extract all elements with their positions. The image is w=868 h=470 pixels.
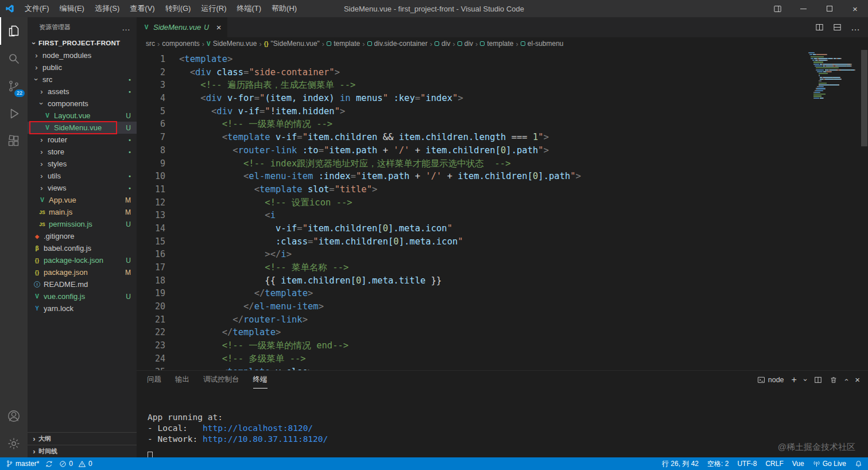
search-icon[interactable] bbox=[0, 45, 28, 72]
code-line-12[interactable]: 12 <!-- 设置icon --> bbox=[137, 196, 868, 209]
file-item-layout-vue[interactable]: VLayout.vueU bbox=[28, 110, 137, 122]
menu-r[interactable]: 运行(R) bbox=[196, 0, 231, 17]
code-line-6[interactable]: 6 <!-- 一级菜单的情况 --> bbox=[137, 118, 868, 131]
file-item-yarn-lock[interactable]: Yyarn.lock bbox=[28, 302, 137, 314]
code-line-23[interactable]: 23 <!-- 一级菜单的情况 end--> bbox=[137, 339, 868, 352]
kill-terminal-icon[interactable] bbox=[830, 376, 838, 384]
minimap[interactable] bbox=[808, 52, 859, 99]
more-actions-icon[interactable]: … bbox=[851, 22, 860, 33]
settings-gear-icon[interactable] bbox=[0, 430, 28, 457]
breadcrumb-item-template[interactable]: template bbox=[480, 40, 513, 48]
file-item-gitignore[interactable]: ◆.gitignore bbox=[28, 230, 137, 242]
notifications-bell-icon[interactable] bbox=[855, 460, 862, 468]
code-line-20[interactable]: 20 </el-menu-item> bbox=[137, 300, 868, 313]
git-branch-item[interactable]: master* bbox=[6, 460, 39, 468]
folder-item-styles[interactable]: ›styles bbox=[28, 158, 137, 170]
folder-item-router[interactable]: ›router● bbox=[28, 134, 137, 146]
close-button[interactable]: × bbox=[842, 0, 868, 17]
folder-item-src[interactable]: ›src● bbox=[28, 73, 137, 86]
scrollbar-thumb[interactable] bbox=[861, 50, 867, 146]
indentation-item[interactable]: 空格: 2 bbox=[707, 459, 728, 469]
folder-item-views[interactable]: ›views● bbox=[28, 182, 137, 194]
source-control-icon[interactable]: 22 bbox=[0, 72, 28, 100]
run-debug-icon[interactable] bbox=[0, 100, 28, 127]
code-line-18[interactable]: 18 {{ item.children[0].meta.title }} bbox=[137, 274, 868, 288]
terminal-dropdown-icon[interactable]: › bbox=[801, 378, 809, 380]
go-live-item[interactable]: Go Live bbox=[813, 460, 846, 468]
minimize-button[interactable] bbox=[790, 0, 816, 17]
split-terminal-icon[interactable] bbox=[814, 376, 822, 384]
folder-item-components[interactable]: ›components bbox=[28, 98, 137, 110]
shell-selector[interactable]: node bbox=[757, 376, 784, 384]
section-timeline[interactable]: ›时间线 bbox=[28, 445, 137, 457]
code-line-22[interactable]: 22 </template> bbox=[137, 326, 868, 339]
folder-item-store[interactable]: ›store● bbox=[28, 146, 137, 158]
file-item-package-lock-json[interactable]: {}package-lock.jsonU bbox=[28, 254, 137, 266]
layout-toggle-icon[interactable] bbox=[765, 0, 790, 17]
code-line-17[interactable]: 17 <!-- 菜单名称 --> bbox=[137, 261, 868, 274]
project-root-row[interactable]: › FIRST_PROJECT-FRONT bbox=[28, 37, 137, 49]
code-editor[interactable]: 1<template>2 <div class="side-container"… bbox=[137, 50, 868, 370]
panel-tab-problems[interactable]: 问题 bbox=[147, 371, 161, 389]
breadcrumb-item-sidemenu-vue[interactable]: {}"SideMenu.vue" bbox=[264, 40, 320, 48]
new-terminal-icon[interactable]: + bbox=[792, 375, 797, 385]
terminal-output[interactable]: App running at:- Local: http://localhost… bbox=[137, 389, 868, 445]
menu-h[interactable]: 帮助(H) bbox=[266, 0, 302, 17]
code-line-15[interactable]: 15 :class="item.children[0].meta.icon" bbox=[137, 235, 868, 248]
code-line-7[interactable]: 7 <template v-if="item.children && item.… bbox=[137, 131, 868, 144]
code-line-16[interactable]: 16 ></i> bbox=[137, 248, 868, 261]
breadcrumb-item-src[interactable]: src bbox=[146, 40, 155, 48]
split-editor-icon[interactable] bbox=[815, 23, 824, 32]
menu-t[interactable]: 终端(T) bbox=[231, 0, 266, 17]
menu-v[interactable]: 查看(V) bbox=[125, 0, 160, 17]
account-icon[interactable] bbox=[0, 402, 28, 430]
panel-tab-terminal[interactable]: 终端 bbox=[253, 371, 268, 389]
folder-item-public[interactable]: ›public bbox=[28, 61, 137, 73]
more-actions-icon[interactable]: … bbox=[122, 22, 131, 32]
breadcrumb-item-div[interactable]: div bbox=[435, 40, 450, 48]
cursor-position[interactable]: 行 26, 列 42 bbox=[662, 459, 699, 469]
code-line-4[interactable]: 4 <div v-for="(item, index) in menus" :k… bbox=[137, 92, 868, 105]
eol-item[interactable]: CRLF bbox=[765, 460, 783, 468]
maximize-panel-icon[interactable]: › bbox=[842, 378, 850, 380]
terminal-link[interactable]: http://localhost:8120/ bbox=[203, 424, 313, 433]
code-line-2[interactable]: 2 <div class="side-container"> bbox=[137, 66, 868, 79]
panel-tab-debug-console[interactable]: 调试控制台 bbox=[203, 371, 239, 389]
explorer-icon[interactable] bbox=[0, 17, 28, 45]
code-line-19[interactable]: 19 </template> bbox=[137, 287, 868, 300]
close-panel-icon[interactable]: × bbox=[855, 375, 860, 384]
menu-e[interactable]: 编辑(E) bbox=[55, 0, 90, 17]
extensions-icon[interactable] bbox=[0, 127, 28, 155]
section-outline[interactable]: ›大纲 bbox=[28, 432, 137, 445]
file-item-sidemenu-vue[interactable]: VSideMenu.vueU bbox=[28, 122, 137, 134]
file-item-vue-config-js[interactable]: Vvue.config.jsU bbox=[28, 290, 137, 302]
code-line-25[interactable]: 25 <template v-else> bbox=[137, 366, 868, 371]
sync-button[interactable] bbox=[45, 460, 53, 468]
toggle-layout-icon[interactable] bbox=[833, 23, 842, 32]
encoding-item[interactable]: UTF-8 bbox=[737, 460, 757, 468]
panel-tab-output[interactable]: 输出 bbox=[175, 371, 189, 389]
folder-item-node-modules[interactable]: ›node_modules bbox=[28, 49, 137, 61]
folder-item-utils[interactable]: ›utils● bbox=[28, 170, 137, 182]
file-item-main-js[interactable]: JSmain.jsM bbox=[28, 206, 137, 218]
tab-sidemenu-vue[interactable]: V SideMenu.vue U × bbox=[137, 17, 227, 37]
problems-item[interactable]: 0 0 bbox=[59, 460, 92, 468]
maximize-button[interactable] bbox=[816, 0, 842, 17]
menu-s[interactable]: 选择(S) bbox=[90, 0, 125, 17]
code-line-1[interactable]: 1<template> bbox=[137, 53, 868, 66]
language-mode[interactable]: Vue bbox=[792, 460, 804, 468]
code-line-14[interactable]: 14 v-if="item.children[0].meta.icon" bbox=[137, 222, 868, 235]
breadcrumb-item-sidemenu-vue[interactable]: VSideMenu.vue bbox=[207, 40, 257, 48]
code-line-24[interactable]: 24 <!-- 多级菜单 --> bbox=[137, 352, 868, 366]
code-line-21[interactable]: 21 </router-link> bbox=[137, 313, 868, 327]
code-line-3[interactable]: 3 <!-- 遍历路由表，生成左侧菜单 --> bbox=[137, 79, 868, 92]
breadcrumb-item-template[interactable]: template bbox=[327, 40, 360, 48]
file-item-package-json[interactable]: {}package.jsonM bbox=[28, 266, 137, 278]
breadcrumb-item-div[interactable]: div bbox=[458, 40, 473, 48]
file-item-readme-md[interactable]: iREADME.md bbox=[28, 278, 137, 290]
menu-f[interactable]: 文件(F) bbox=[20, 0, 55, 17]
breadcrumb-item-div-side-container[interactable]: div.side-container bbox=[367, 40, 428, 48]
file-item-permission-js[interactable]: JSpermission.jsU bbox=[28, 218, 137, 230]
tab-close-icon[interactable]: × bbox=[216, 22, 222, 32]
editor-scrollbar[interactable] bbox=[861, 50, 868, 370]
